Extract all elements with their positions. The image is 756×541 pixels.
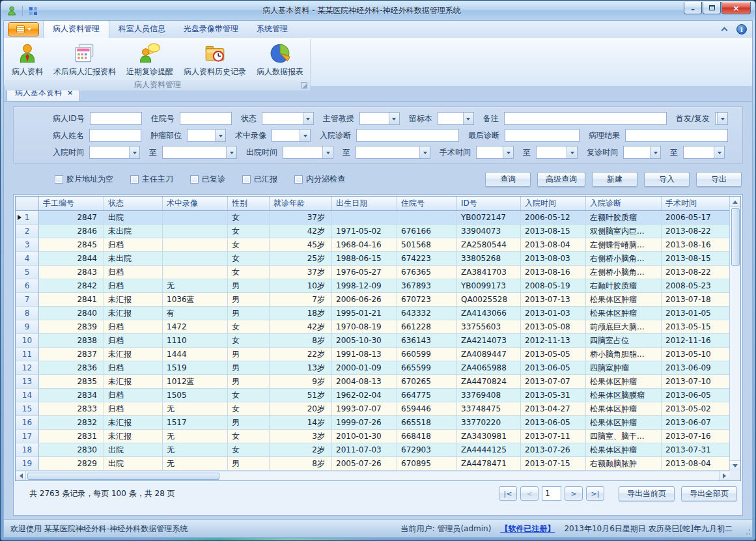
- checkbox-film-address-empty[interactable]: 胶片地址为空: [55, 174, 113, 185]
- maximize-button[interactable]: [703, 2, 721, 14]
- table-row[interactable]: 152833归档无女20岁1993-07-0765944633748475201…: [16, 402, 729, 416]
- checkbox-revisited[interactable]: 已复诊: [190, 174, 225, 185]
- cell-diag[interactable]: 松果体区肿瘤: [586, 307, 662, 320]
- cell-sex[interactable]: 女: [228, 266, 270, 279]
- row-header[interactable]: 9: [16, 320, 39, 334]
- cell-age[interactable]: 2岁: [270, 443, 332, 457]
- cell-diag[interactable]: 松果体区脑膜瘤: [586, 389, 662, 402]
- table-row[interactable]: 142834归档1505女51岁1962-02-0466477533769408…: [16, 389, 729, 402]
- cell-code[interactable]: 2846: [39, 225, 104, 238]
- data-reports-button[interactable]: 病人数据报表: [251, 40, 309, 78]
- row-header[interactable]: 3: [16, 238, 39, 252]
- cell-admit[interactable]: 2013-05-31: [521, 389, 586, 402]
- revisit-date-from-combo[interactable]: [623, 146, 661, 159]
- cell-video[interactable]: [163, 211, 228, 225]
- cell-birth[interactable]: 1976-05-27: [332, 266, 397, 279]
- cell-birth[interactable]: 2006-06-26: [332, 293, 397, 307]
- cell-id[interactable]: ZA3841703: [457, 266, 521, 279]
- cell-id[interactable]: 33769408: [457, 389, 521, 402]
- cell-video[interactable]: 1036蓝: [163, 293, 228, 307]
- cell-video[interactable]: 1517: [163, 416, 228, 430]
- discharge-date-from-combo[interactable]: [283, 146, 333, 159]
- dialog-launcher-icon[interactable]: [301, 82, 307, 89]
- cell-code[interactable]: 2838: [39, 334, 104, 348]
- row-header[interactable]: 16: [16, 416, 39, 430]
- row-header[interactable]: 12: [16, 361, 39, 375]
- cell-sex[interactable]: 女: [228, 402, 270, 416]
- horizontal-scroll-thumb[interactable]: [27, 473, 219, 480]
- column-header-hosp[interactable]: 住院号: [397, 197, 457, 210]
- cell-code[interactable]: 2845: [39, 238, 104, 252]
- cell-id[interactable]: ZA3430981: [457, 430, 521, 443]
- cell-status[interactable]: 归档: [104, 238, 163, 252]
- admission-date-to-combo[interactable]: [162, 146, 237, 159]
- scroll-down-button[interactable]: [730, 460, 740, 471]
- cell-sex[interactable]: 女: [228, 430, 270, 443]
- column-header-id[interactable]: ID号: [457, 197, 521, 210]
- cell-status[interactable]: 归档: [104, 402, 163, 416]
- cell-surg[interactable]: 2013-08-16: [662, 238, 729, 252]
- status-combo[interactable]: [262, 112, 314, 125]
- cell-birth[interactable]: 2000-01-09: [332, 361, 397, 375]
- cell-diag[interactable]: 松果体区肿瘤: [586, 443, 662, 457]
- help-button[interactable]: [736, 24, 747, 35]
- cell-id[interactable]: 33770220: [457, 416, 521, 430]
- discharge-date-to-combo[interactable]: [356, 146, 430, 159]
- row-header[interactable]: 5: [16, 266, 39, 279]
- cell-code[interactable]: 2847: [39, 211, 104, 225]
- export-all-pages-button[interactable]: 导出全部页: [681, 486, 737, 501]
- combo-dropdown-button[interactable]: [714, 146, 724, 158]
- pathology-result-input[interactable]: [625, 129, 728, 142]
- cell-sex[interactable]: 男: [228, 279, 270, 293]
- row-header[interactable]: 1: [16, 211, 39, 225]
- cell-birth[interactable]: 2005-07-26: [332, 457, 397, 471]
- patient-name-input[interactable]: [89, 129, 141, 142]
- cell-age[interactable]: 37岁: [270, 211, 332, 225]
- cell-code[interactable]: 2842: [39, 279, 104, 293]
- row-header[interactable]: 11: [16, 348, 39, 361]
- query-button[interactable]: 查询: [485, 172, 531, 187]
- column-header-code[interactable]: 手工编号: [39, 197, 104, 210]
- cell-id[interactable]: ZA4470824: [457, 375, 521, 389]
- cell-birth[interactable]: 2010-01-30: [332, 430, 397, 443]
- cell-video[interactable]: [163, 225, 228, 238]
- cell-status[interactable]: 归档: [104, 389, 163, 402]
- cell-admit[interactable]: 2013-06-05: [521, 416, 586, 430]
- cell-surg[interactable]: 2013-05-02: [662, 402, 729, 416]
- minimize-button[interactable]: –: [684, 2, 702, 14]
- table-row[interactable]: 172831未汇报无女3岁2010-01-30668418ZA343098120…: [16, 430, 729, 443]
- combo-dropdown-button[interactable]: [226, 146, 236, 158]
- admission-diagnosis-input[interactable]: [356, 129, 459, 142]
- cell-diag[interactable]: 右额颞脑脓肿: [586, 457, 662, 471]
- cell-code[interactable]: 2840: [39, 307, 104, 320]
- cell-hosp[interactable]: 668418: [397, 430, 457, 443]
- table-row[interactable]: 102838归档1110女8岁2005-10-30636143ZA4214073…: [16, 334, 729, 348]
- cell-diag[interactable]: 右颞叶胶质瘤: [586, 279, 662, 293]
- column-header-birth[interactable]: 出生日期: [332, 197, 397, 210]
- cell-birth[interactable]: 2004-08-13: [332, 375, 397, 389]
- cell-status[interactable]: 未出院: [104, 252, 163, 266]
- combo-dropdown-button[interactable]: [567, 146, 577, 158]
- cell-diag[interactable]: 左侧蝶骨嵴脑...: [586, 238, 662, 252]
- row-header[interactable]: 13: [16, 375, 39, 389]
- cell-diag[interactable]: 桥小脑角胆脂...: [586, 348, 662, 361]
- cell-hosp[interactable]: 674223: [397, 252, 457, 266]
- table-row[interactable]: 72841未汇报1036蓝男7岁2006-06-26670723QA002552…: [16, 293, 729, 307]
- cell-status[interactable]: 未出院: [104, 225, 163, 238]
- cell-id[interactable]: 33805268: [457, 252, 521, 266]
- cell-admit[interactable]: 2013-07-11: [521, 430, 586, 443]
- revisit-date-to-combo[interactable]: [683, 146, 725, 159]
- table-row[interactable]: 52843归档女37岁1976-05-27676365ZA38417032013…: [16, 266, 729, 279]
- row-header[interactable]: 15: [16, 402, 39, 416]
- cell-admit[interactable]: 2012-11-13: [521, 334, 586, 348]
- cell-id[interactable]: ZA4478471: [457, 457, 521, 471]
- combo-dropdown-button[interactable]: [215, 130, 225, 141]
- first-page-button[interactable]: |<: [499, 486, 517, 501]
- ribbon-tab-patient-management[interactable]: 病人资料管理: [43, 20, 109, 38]
- combo-dropdown-button[interactable]: [303, 113, 313, 124]
- cell-video[interactable]: [163, 252, 228, 266]
- cell-surg[interactable]: 2006-05-17: [662, 211, 729, 225]
- vertical-scroll-thumb[interactable]: [731, 208, 740, 266]
- scroll-right-button[interactable]: [719, 471, 729, 480]
- table-row[interactable]: 112837未汇报1444男22岁1991-08-13660599ZA40894…: [16, 348, 729, 361]
